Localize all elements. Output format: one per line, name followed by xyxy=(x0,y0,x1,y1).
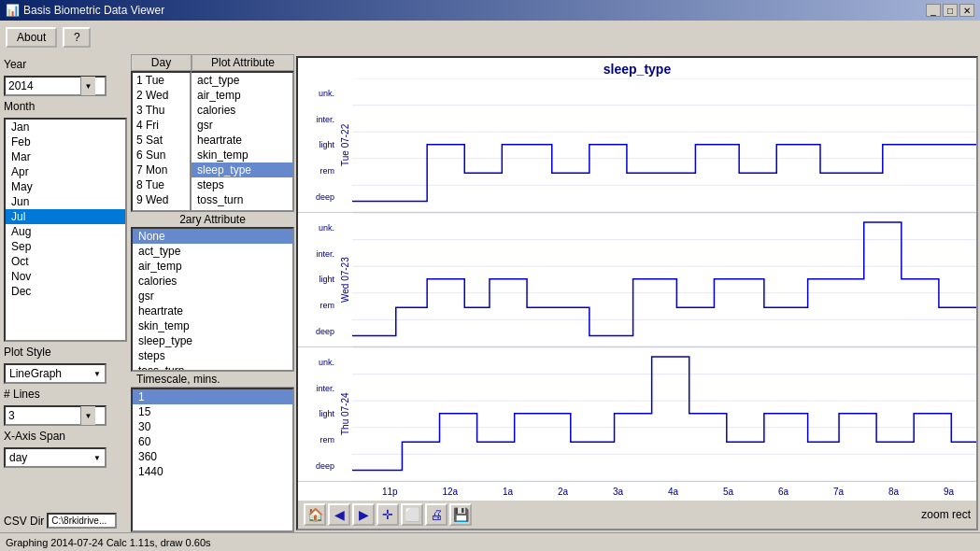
secondary-attr-list-item[interactable]: act_type xyxy=(133,244,292,259)
app-icon: 📊 xyxy=(6,4,20,17)
month-item[interactable]: Jan xyxy=(6,120,125,134)
plot-attr-list-item[interactable]: skin_temp xyxy=(192,148,292,162)
day-list-item[interactable]: 9 Wed xyxy=(133,192,190,207)
y-label: unk. xyxy=(298,358,337,367)
month-item[interactable]: Aug xyxy=(6,224,125,239)
secondary-attr-list-item[interactable]: gsr xyxy=(133,289,292,304)
timescale-list-item[interactable]: 1440 xyxy=(133,464,292,479)
secondary-attr-list-item[interactable]: calories xyxy=(133,274,292,289)
plot-attr-list-item[interactable]: calories xyxy=(192,103,292,118)
x-axis-label: 1a xyxy=(503,487,513,497)
month-item[interactable]: Nov xyxy=(6,269,125,284)
y-label: inter. xyxy=(298,115,337,124)
y-label: inter. xyxy=(298,384,337,393)
save-icon[interactable]: 💾 xyxy=(449,503,472,526)
month-item[interactable]: Jun xyxy=(6,194,125,209)
title-bar: 📊 Basis Biometric Data Viewer _ □ ✕ xyxy=(0,0,980,21)
day-plot-lists: 1 Tue2 Wed3 Thu4 Fri5 Sat6 Sun7 Mon8 Tue… xyxy=(131,71,294,212)
xaxis-span-arrow: ▼ xyxy=(93,454,101,462)
day-list-item[interactable]: 2 Wed xyxy=(133,88,190,103)
chart-date-label: Thu 07-24 xyxy=(337,347,352,481)
month-item[interactable]: Dec xyxy=(6,284,125,299)
secondary-attr-list-item[interactable]: sleep_type xyxy=(133,333,292,348)
chart-date-label: Wed 07-23 xyxy=(337,213,352,346)
plot-attr-column-header: Plot Attribute xyxy=(192,54,294,71)
month-item[interactable]: Feb xyxy=(6,134,125,149)
timescale-list-item[interactable]: 60 xyxy=(133,434,292,449)
xaxis-span-label: X-Axis Span xyxy=(4,430,127,443)
lines-arrow[interactable]: ▼ xyxy=(80,406,95,425)
csv-row: CSV Dir C:\8rkidrive... xyxy=(4,513,127,529)
chart-title: sleep_type xyxy=(298,58,976,78)
secondary-attr-list-item[interactable]: heartrate xyxy=(133,304,292,318)
plot-style-select[interactable]: LineGraph ▼ xyxy=(4,363,107,384)
day-list-item[interactable]: 5 Sat xyxy=(133,133,190,148)
y-label: rem xyxy=(298,435,337,445)
day-list-item[interactable]: 1 Tue xyxy=(133,73,190,88)
x-axis-label: 11p xyxy=(382,487,398,497)
secondary-attr-list-item[interactable]: None xyxy=(133,229,292,244)
lines-input[interactable] xyxy=(6,408,80,423)
about-button[interactable]: About xyxy=(6,27,57,48)
charts-container: unk.inter.lightremdeepTue 07-22unk.inter… xyxy=(298,78,976,501)
close-button[interactable]: ✕ xyxy=(959,4,974,17)
back-icon[interactable]: ◀ xyxy=(328,503,350,526)
rect-icon[interactable]: ⬜ xyxy=(401,503,423,526)
plot-attr-list-item[interactable]: gsr xyxy=(192,118,292,133)
chart-row: unk.inter.lightremdeepWed 07-23 xyxy=(298,213,976,347)
lines-spinbox[interactable]: ▼ xyxy=(4,405,107,426)
plot-attr-list-item[interactable]: air_temp xyxy=(192,88,292,103)
timescale-list-item[interactable]: 1 xyxy=(133,389,292,404)
chart-canvas xyxy=(352,213,976,346)
timescale-list-item[interactable]: 15 xyxy=(133,404,292,419)
plot-attr-list-item[interactable]: steps xyxy=(192,177,292,192)
y-axis-labels: unk.inter.lightremdeep xyxy=(298,213,337,346)
secondary-attr-list-item[interactable]: air_temp xyxy=(133,259,292,274)
timescale-list-item[interactable]: 360 xyxy=(133,449,292,464)
plot-attr-list-item[interactable]: act_type xyxy=(192,73,292,88)
y-label: light xyxy=(298,275,337,284)
chart-canvas-wrapper xyxy=(352,347,976,481)
bottom-toolbar: 🏠 ◀ ▶ ✛ ⬜ 🖨 💾 zoom rect xyxy=(298,501,976,529)
month-item[interactable]: Oct xyxy=(6,254,125,269)
maximize-button[interactable]: □ xyxy=(943,4,958,17)
help-button[interactable]: ? xyxy=(63,27,91,48)
left-panel: Year ▼ Month JanFebMarAprMayJunJulAugSep… xyxy=(0,54,131,532)
x-axis-label: 7a xyxy=(833,487,844,497)
tool-icons: 🏠 ◀ ▶ ✛ ⬜ 🖨 💾 xyxy=(304,503,472,526)
xaxis-span-select[interactable]: day ▼ xyxy=(4,447,107,468)
secondary-attr-list-item[interactable]: toss_turn xyxy=(133,363,292,372)
day-list-item[interactable]: 6 Sun xyxy=(133,148,190,162)
secondary-attr-header: 2ary Attribute xyxy=(131,212,294,227)
month-list: JanFebMarAprMayJunJulAugSepOctNovDec xyxy=(4,118,127,342)
month-item[interactable]: Mar xyxy=(6,149,125,164)
day-list-item[interactable]: 8 Tue xyxy=(133,177,190,192)
day-list-item[interactable]: 3 Thu xyxy=(133,103,190,118)
status-text: Graphing 2014-07-24 Calc 1.11s, draw 0.6… xyxy=(6,537,211,548)
print-icon[interactable]: 🖨 xyxy=(425,503,447,526)
year-arrow[interactable]: ▼ xyxy=(80,77,95,95)
month-item[interactable]: May xyxy=(6,179,125,194)
right-panel: sleep_type unk.inter.lightremdeepTue 07-… xyxy=(294,54,980,532)
minimize-button[interactable]: _ xyxy=(926,4,941,17)
plot-attr-list-item[interactable]: heartrate xyxy=(192,133,292,148)
year-input[interactable] xyxy=(6,78,80,93)
home-icon[interactable]: 🏠 xyxy=(304,503,326,526)
year-spinbox[interactable]: ▼ xyxy=(4,76,107,96)
month-item[interactable]: Jul xyxy=(6,209,125,224)
plot-attr-list-item[interactable]: toss_turn xyxy=(192,192,292,207)
secondary-attr-list-item[interactable]: steps xyxy=(133,348,292,363)
month-item[interactable]: Apr xyxy=(6,164,125,179)
forward-icon[interactable]: ▶ xyxy=(352,503,375,526)
y-label: deep xyxy=(298,192,337,202)
lines-label: # Lines xyxy=(4,388,127,401)
day-list-item[interactable]: 4 Fri xyxy=(133,118,190,133)
month-item[interactable]: Sep xyxy=(6,239,125,254)
x-axis-label: 9a xyxy=(944,487,954,497)
crosshair-icon[interactable]: ✛ xyxy=(376,503,399,526)
plot-attr-list-item[interactable]: sleep_type xyxy=(192,162,292,177)
secondary-attr-list-item[interactable]: skin_temp xyxy=(133,318,292,333)
day-list-item[interactable]: 7 Mon xyxy=(133,162,190,177)
csv-path[interactable]: C:\8rkidrive... xyxy=(47,513,117,529)
timescale-list-item[interactable]: 30 xyxy=(133,419,292,434)
